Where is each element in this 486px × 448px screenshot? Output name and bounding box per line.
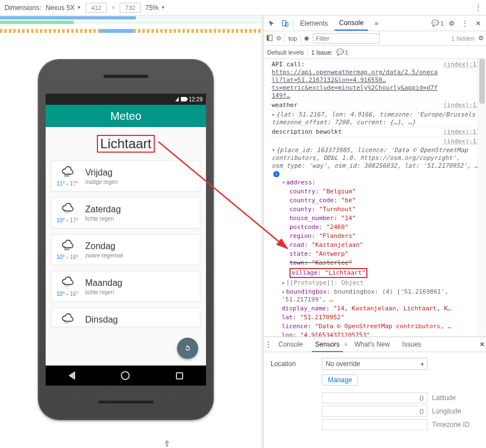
village-highlight: village: "Lichtaart" (289, 268, 367, 278)
device-toolbar: Dimensions: Nexus 5X × 75% ⋮ (0, 0, 486, 16)
device-frame: 12:29 Meteo Lichtaart 11° - 17° (38, 59, 214, 420)
device-select[interactable]: Nexus 5X (46, 4, 81, 12)
drawer-close-icon[interactable]: ✕ (479, 340, 485, 348)
recents-icon[interactable] (176, 372, 183, 379)
device-toggle-icon[interactable] (279, 18, 291, 29)
day-label: Vrijdag (85, 168, 117, 178)
rain-icon (61, 239, 75, 253)
more-icon[interactable]: ⋮ (475, 4, 482, 12)
app-header: Meteo (46, 105, 206, 127)
console-output[interactable]: API call: https://api.openweathermap.org… (264, 59, 486, 337)
issue-label: 1 Issue: (311, 49, 333, 56)
clear-console-icon[interactable]: ⊘ (276, 35, 281, 42)
sidebar-toggle-icon[interactable] (266, 35, 273, 42)
location-select[interactable]: No override (322, 358, 428, 370)
latitude-input[interactable] (322, 392, 428, 403)
battery-icon (181, 97, 186, 101)
day-desc: matige regen (85, 179, 117, 185)
svg-point-3 (67, 286, 68, 287)
forecast-card[interactable]: 10° - 16° Zondag zware regenval (51, 234, 200, 265)
clock-label: 12:29 (189, 96, 203, 103)
svg-rect-9 (269, 35, 272, 41)
rain-icon (61, 165, 75, 179)
manage-button[interactable]: Manage (322, 374, 358, 386)
hidden-count[interactable]: 1 hidden (451, 35, 475, 42)
timezone-input[interactable] (322, 419, 428, 430)
drawer-tab-console[interactable]: Console (273, 337, 308, 352)
location-title-wrap: Lichtaart (51, 135, 200, 153)
svg-point-5 (67, 323, 68, 324)
drawer-tab-sensors[interactable]: Sensors (310, 337, 345, 352)
drawer-menu-icon[interactable]: ⋮ (265, 340, 272, 348)
dimensions-label: Dimensions: (4, 4, 41, 12)
devtools-tabs: Elements Console » 💬1 ⚙ ⋮ ✕ (264, 16, 486, 31)
signal-icon (175, 97, 179, 101)
console-subbar: Default levels 1 Issue: 💬1 (264, 46, 486, 59)
location-label: Location (271, 360, 315, 368)
longitude-input[interactable] (322, 406, 428, 417)
width-input[interactable] (86, 3, 107, 13)
emulator-pane: 12:29 Meteo Lichtaart 11° - 17° (0, 16, 262, 448)
forecast-card[interactable]: 10° - 17° Zaterdag lichte regen (51, 197, 200, 228)
timezone-label: Timezone ID (432, 421, 470, 428)
forecast-card[interactable]: 11° - 17° Vrijdag matige regen (51, 160, 200, 192)
settings-icon[interactable]: ⚙ (446, 18, 457, 29)
issue-badge[interactable]: 💬1 (336, 48, 348, 56)
svg-point-0 (65, 212, 66, 213)
rain-icon (61, 313, 75, 327)
zoom-select[interactable]: 75% (145, 4, 165, 12)
info-icon[interactable]: i (273, 171, 279, 177)
tab-elements[interactable]: Elements (296, 16, 332, 31)
inspect-icon[interactable] (266, 18, 277, 29)
rain-icon (61, 276, 75, 290)
forecast-card[interactable]: Dinsdag (51, 308, 200, 327)
svg-point-2 (65, 286, 66, 287)
messages-badge[interactable]: 💬1 (431, 20, 444, 27)
rain-icon (61, 202, 75, 216)
expand-icon[interactable]: ▸ (272, 111, 276, 119)
close-icon[interactable]: ✕ (473, 18, 484, 29)
drawer-panel: ⋮ Console Sensors× What's New Issues ✕ L… (264, 337, 486, 448)
svg-rect-8 (267, 35, 268, 41)
expand-icon[interactable]: ▾ (272, 147, 276, 154)
fab-refresh[interactable] (177, 338, 198, 359)
console-settings-icon[interactable]: ⚙ (478, 35, 484, 42)
android-nav-bar (46, 366, 206, 386)
latitude-label: Latitude (432, 394, 456, 402)
location-title: Lichtaart (97, 135, 155, 153)
longitude-label: Longitude (432, 407, 462, 415)
refresh-icon (183, 344, 192, 353)
live-expression-icon[interactable]: ◉ (304, 35, 310, 42)
app-title: Meteo (110, 110, 141, 123)
levels-select[interactable]: Default levels (267, 49, 304, 56)
resize-handle-icon[interactable]: ⇧ (164, 439, 170, 448)
android-status-bar: 12:29 (46, 94, 206, 105)
filter-input[interactable] (313, 33, 380, 43)
console-toolbar: ⊘ top ◉ 1 hidden ⚙ (264, 31, 486, 46)
drawer-tab-whatsnew[interactable]: What's New (349, 337, 396, 352)
kebab-icon[interactable]: ⋮ (459, 18, 470, 29)
scrollbar[interactable] (478, 59, 486, 337)
svg-point-1 (67, 212, 68, 213)
devtools-pane: Elements Console » 💬1 ⚙ ⋮ ✕ ⊘ top ◉ 1 hi… (264, 16, 486, 448)
svg-point-4 (65, 323, 66, 324)
tab-more[interactable]: » (370, 16, 383, 31)
back-icon[interactable] (68, 371, 75, 380)
drawer-tab-issues[interactable]: Issues (396, 337, 427, 352)
api-url-link[interactable]: https://api.openweathermap.org/data/2.5/… (272, 69, 438, 99)
context-select[interactable]: top (288, 35, 297, 42)
home-icon[interactable] (121, 371, 130, 380)
media-query-ruler[interactable] (0, 16, 262, 33)
tab-console[interactable]: Console (335, 16, 368, 31)
forecast-card[interactable]: 10° - 16° Maandag lichte regen (51, 271, 200, 302)
height-input[interactable] (120, 3, 141, 13)
